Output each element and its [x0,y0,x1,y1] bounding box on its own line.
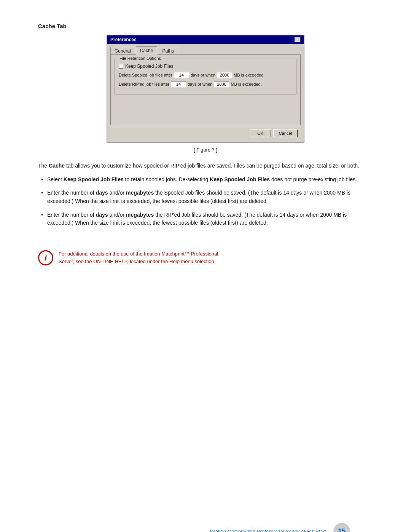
cancel-button[interactable]: Cancel [273,129,298,137]
group-box-legend: File Retention Options [118,56,162,61]
dialog-title: Preferences [110,37,137,42]
ok-button[interactable]: OK [250,129,271,137]
tab-general[interactable]: General [110,47,135,55]
spooled-days-input[interactable] [174,72,189,78]
bullet-list: Select Keep Spooled Job Files to retain … [38,176,373,227]
keep-spooled-checkbox[interactable] [119,64,123,69]
tabs-row: General Cache Paths [110,46,301,54]
dialog-wrapper: Preferences × General Cache Paths File R… [38,35,373,143]
dialog-close-button[interactable]: × [295,37,301,42]
file-retention-group: File Retention Options Keep Spooled Job … [115,59,296,94]
delete-riped-row: Delete RIP'ed job files after days or wh… [119,81,292,87]
dialog-titlebar: Preferences × [107,35,304,44]
figure-caption: [ Figure 7 ] [38,147,373,153]
tab-panel-cache: File Retention Options Keep Spooled Job … [110,54,301,125]
page-number: 15 [333,523,350,532]
tab-paths[interactable]: Paths [158,47,178,55]
group-box-content: Keep Spooled Job Files Delete Spooled jo… [119,64,292,87]
spacer [115,98,296,121]
list-item: Enter the number of days and/or megabyte… [38,211,373,227]
delete-riped-prefix: Delete RIP'ed job files after [119,82,169,86]
dialog-footer: OK Cancel [110,127,301,139]
riped-mb-suffix: MB is exceeded. [231,82,261,86]
page-footer: Imation Matchprint™ Professional Server … [38,523,373,532]
list-item: Enter the number of days and/or megabyte… [38,189,373,205]
spooled-mb-input[interactable] [217,72,232,78]
body-paragraph: The Cache tab allows you to customize ho… [38,162,373,170]
riped-days-input[interactable] [171,81,186,87]
delete-spooled-row: Delete Spooled job files after days or w… [119,72,292,78]
keep-spooled-label: Keep Spooled Job Files [125,64,174,69]
preferences-dialog: Preferences × General Cache Paths File R… [107,35,304,143]
info-text: For additional details on the use of the… [59,250,218,265]
dialog-body: General Cache Paths File Retention Optio… [107,44,304,142]
info-box: i For additional details on the use of t… [38,250,373,265]
section-heading: Cache Tab [38,23,373,29]
delete-spooled-prefix: Delete Spooled job files after [119,73,172,77]
spooled-mb-suffix: MB is exceeded. [234,73,264,77]
footer-brand: Imation Matchprint™ Professional Server … [61,529,333,532]
riped-mb-input[interactable] [214,81,229,87]
spooled-days-mid: days or when [191,73,215,77]
riped-days-mid: days or when [188,82,212,86]
info-icon: i [38,250,53,265]
tab-cache[interactable]: Cache [136,46,158,55]
list-item: Select Keep Spooled Job Files to retain … [38,176,373,184]
keep-spooled-checkbox-row: Keep Spooled Job Files [119,64,292,69]
